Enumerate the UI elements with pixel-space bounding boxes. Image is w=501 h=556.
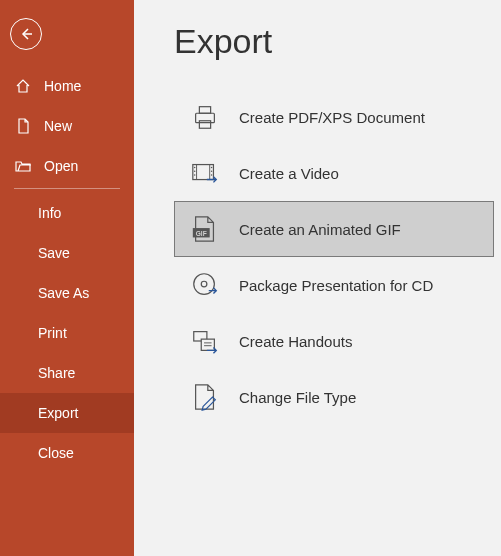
- sidebar-item-share[interactable]: Share: [0, 353, 134, 393]
- svg-point-7: [194, 167, 196, 169]
- export-option-label: Package Presentation for CD: [239, 277, 433, 294]
- back-arrow-icon: [18, 26, 34, 42]
- svg-rect-2: [199, 107, 210, 114]
- export-option-package-cd[interactable]: Package Presentation for CD: [174, 257, 494, 313]
- export-option-label: Create Handouts: [239, 333, 352, 350]
- export-options-list: Create PDF/XPS Document Create a Video: [174, 89, 501, 425]
- export-option-change-file-type[interactable]: Change File Type: [174, 369, 494, 425]
- sidebar-item-label: Save As: [38, 285, 89, 301]
- sidebar-item-label: Save: [38, 245, 70, 261]
- export-option-pdf-xps[interactable]: Create PDF/XPS Document: [174, 89, 494, 145]
- sidebar-item-label: New: [44, 118, 72, 134]
- handouts-icon: [189, 325, 221, 357]
- svg-rect-4: [193, 165, 214, 180]
- back-button[interactable]: [10, 18, 42, 50]
- export-option-animated-gif[interactable]: GIF Create an Animated GIF: [174, 201, 494, 257]
- sidebar-item-save-as[interactable]: Save As: [0, 273, 134, 313]
- sidebar-top-section: Home New Open: [0, 56, 134, 186]
- svg-point-9: [194, 174, 196, 176]
- export-option-video[interactable]: Create a Video: [174, 145, 494, 201]
- svg-point-11: [211, 170, 213, 172]
- sidebar-item-home[interactable]: Home: [0, 66, 134, 106]
- sidebar-item-label: Print: [38, 325, 67, 341]
- page-title: Export: [174, 22, 501, 61]
- backstage-sidebar: Home New Open Info Save Save As Print Sh…: [0, 0, 134, 556]
- svg-point-10: [211, 167, 213, 169]
- sidebar-item-new[interactable]: New: [0, 106, 134, 146]
- export-option-label: Create PDF/XPS Document: [239, 109, 425, 126]
- sidebar-divider: [14, 188, 120, 189]
- svg-text:GIF: GIF: [196, 230, 207, 237]
- sidebar-item-label: Export: [38, 405, 78, 421]
- sidebar-item-close[interactable]: Close: [0, 433, 134, 473]
- svg-rect-18: [201, 339, 214, 350]
- sidebar-item-label: Home: [44, 78, 81, 94]
- main-panel: Export Create PDF/XPS Document Create a …: [134, 0, 501, 556]
- open-folder-icon: [14, 158, 32, 174]
- printer-pdf-icon: [189, 101, 221, 133]
- sidebar-item-save[interactable]: Save: [0, 233, 134, 273]
- svg-point-8: [194, 170, 196, 172]
- sidebar-item-export[interactable]: Export: [0, 393, 134, 433]
- gif-file-icon: GIF: [189, 213, 221, 245]
- filmstrip-icon: [189, 157, 221, 189]
- sidebar-item-info[interactable]: Info: [0, 193, 134, 233]
- svg-point-12: [211, 174, 213, 176]
- sidebar-item-label: Close: [38, 445, 74, 461]
- change-filetype-icon: [189, 381, 221, 413]
- sidebar-item-label: Info: [38, 205, 61, 221]
- svg-rect-3: [199, 121, 210, 129]
- sidebar-bottom-section: Info Save Save As Print Share Export Clo…: [0, 193, 134, 473]
- sidebar-item-open[interactable]: Open: [0, 146, 134, 186]
- export-option-label: Create an Animated GIF: [239, 221, 401, 238]
- sidebar-item-label: Share: [38, 365, 75, 381]
- sidebar-item-label: Open: [44, 158, 78, 174]
- home-icon: [14, 78, 32, 94]
- svg-point-16: [201, 281, 207, 287]
- cd-icon: [189, 269, 221, 301]
- new-file-icon: [14, 118, 32, 134]
- sidebar-item-print[interactable]: Print: [0, 313, 134, 353]
- export-option-label: Create a Video: [239, 165, 339, 182]
- export-option-handouts[interactable]: Create Handouts: [174, 313, 494, 369]
- export-option-label: Change File Type: [239, 389, 356, 406]
